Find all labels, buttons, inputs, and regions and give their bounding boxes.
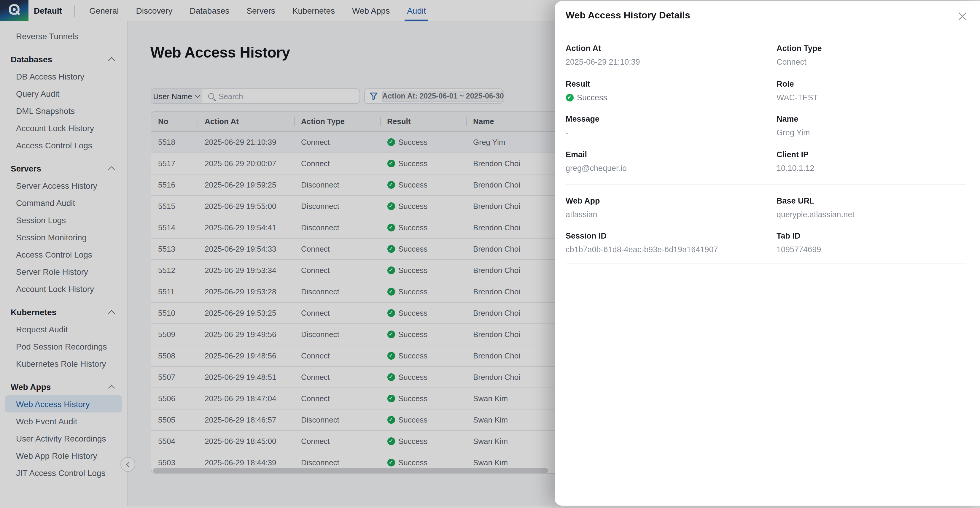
detail-field: Message - bbox=[566, 114, 776, 138]
detail-field: Base URL querypie.atlassian.net bbox=[776, 196, 966, 219]
detail-field-label: Tab ID bbox=[776, 231, 966, 241]
detail-field: Action Type Connect bbox=[776, 43, 966, 67]
detail-field: Client IP 10.10.1.12 bbox=[776, 149, 966, 173]
detail-field-value: cb1b7a0b-61d8-4eac-b93e-6d19a1641907 bbox=[566, 245, 776, 255]
detail-field: Email greg@chequer.io bbox=[566, 149, 776, 173]
detail-field-label: Session ID bbox=[566, 231, 776, 241]
detail-field: Result Success bbox=[566, 79, 776, 102]
detail-field-label: Result bbox=[566, 79, 776, 89]
detail-fields-group-1: Action At 2025-06-29 21:10:39 Action Typ… bbox=[566, 43, 966, 173]
panel-divider bbox=[566, 263, 966, 263]
detail-field-label: Email bbox=[566, 149, 776, 159]
detail-field-value: 1095774699 bbox=[776, 245, 966, 255]
detail-field: Role WAC-TEST bbox=[776, 79, 966, 102]
detail-field: Web App atlassian bbox=[566, 196, 776, 219]
detail-field-label: Base URL bbox=[776, 196, 966, 205]
drawer-body: Action At 2025-06-29 21:10:39 Action Typ… bbox=[566, 43, 966, 263]
detail-field-value: greg@chequer.io bbox=[566, 163, 776, 173]
app-window: Default General Discovery Databases Serv… bbox=[0, 0, 980, 508]
detail-field-label: Action At bbox=[566, 43, 776, 53]
detail-field-value: Success bbox=[566, 92, 776, 102]
detail-field-label: Role bbox=[776, 79, 966, 89]
detail-field: Action At 2025-06-29 21:10:39 bbox=[566, 43, 776, 67]
detail-field-value: WAC-TEST bbox=[776, 92, 966, 102]
detail-field-value: 10.10.1.12 bbox=[776, 163, 966, 173]
detail-field: Name Greg Yim bbox=[776, 114, 966, 138]
detail-field-value: querypie.atlassian.net bbox=[776, 209, 966, 219]
detail-field-label: Action Type bbox=[776, 43, 966, 53]
detail-field-value: Connect bbox=[776, 57, 966, 67]
detail-field-label: Client IP bbox=[776, 149, 966, 159]
detail-field: Session ID cb1b7a0b-61d8-4eac-b93e-6d19a… bbox=[566, 231, 776, 255]
detail-field-label: Message bbox=[566, 114, 776, 124]
panel-divider bbox=[566, 184, 966, 185]
detail-field-value: - bbox=[566, 127, 776, 138]
detail-field: Tab ID 1095774699 bbox=[776, 231, 966, 255]
detail-field-value: atlassian bbox=[566, 209, 776, 219]
close-icon[interactable] bbox=[957, 11, 967, 22]
detail-field-value: Greg Yim bbox=[776, 127, 966, 138]
detail-field-label: Web App bbox=[566, 196, 776, 205]
detail-field-label: Name bbox=[776, 114, 966, 124]
drawer-title: Web Access History Details bbox=[566, 10, 690, 21]
detail-field-value: 2025-06-29 21:10:39 bbox=[566, 57, 776, 67]
details-drawer: Web Access History Details Action At 202… bbox=[554, 1, 980, 505]
detail-fields-group-2: Web App atlassian Base URL querypie.atla… bbox=[566, 196, 966, 255]
